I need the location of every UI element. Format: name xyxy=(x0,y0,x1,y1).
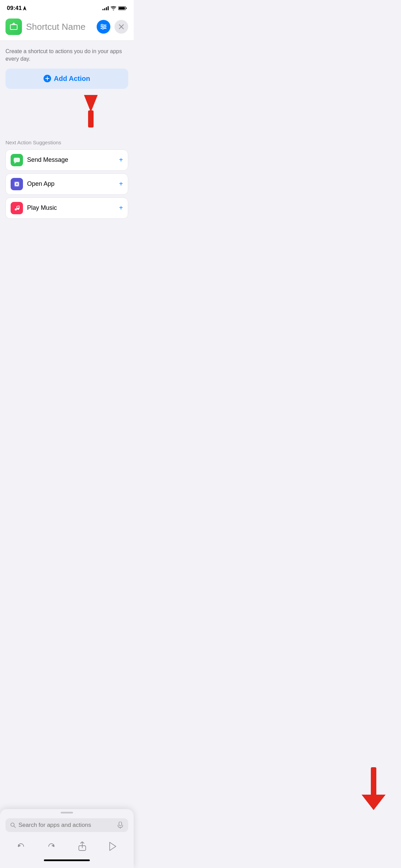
svg-marker-15 xyxy=(84,95,98,112)
svg-line-23 xyxy=(17,206,19,206)
header: Shortcut Name xyxy=(0,14,134,41)
svg-point-9 xyxy=(104,26,106,28)
suggestions-title: Next Action Suggestions xyxy=(5,140,128,145)
svg-rect-1 xyxy=(126,8,127,9)
play-music-icon xyxy=(11,202,23,214)
svg-point-21 xyxy=(17,208,19,210)
suggestion-item-play-music[interactable]: Play Music + xyxy=(5,197,128,219)
play-music-label: Play Music xyxy=(27,204,119,212)
status-icons xyxy=(102,6,127,10)
red-arrow-up-svg xyxy=(74,92,111,129)
add-action-button[interactable]: Add Action xyxy=(5,69,128,89)
wifi-icon xyxy=(111,6,116,10)
svg-rect-17 xyxy=(14,158,20,162)
battery-icon xyxy=(118,6,127,10)
app-icon xyxy=(5,19,22,35)
clock: 09:41 xyxy=(7,5,22,12)
suggestion-list: Send Message + Open App + xyxy=(5,149,128,219)
add-action-icon xyxy=(44,75,51,82)
filter-button[interactable] xyxy=(97,20,110,34)
status-time: 09:41 xyxy=(7,5,26,12)
svg-rect-16 xyxy=(88,110,94,128)
play-music-plus[interactable]: + xyxy=(119,204,123,212)
location-icon xyxy=(23,6,26,11)
open-app-label: Open App xyxy=(27,180,119,188)
arrow-up-annotation xyxy=(5,92,128,133)
send-message-label: Send Message xyxy=(27,156,119,164)
svg-point-8 xyxy=(101,24,103,26)
shortcut-name-label[interactable]: Shortcut Name xyxy=(26,22,93,32)
svg-point-20 xyxy=(15,208,17,210)
add-action-label: Add Action xyxy=(54,75,90,83)
svg-point-10 xyxy=(102,28,104,29)
svg-rect-3 xyxy=(10,25,17,29)
send-message-icon xyxy=(11,154,23,166)
suggestion-item-send-message[interactable]: Send Message + xyxy=(5,149,128,171)
main-content: Create a shortcut to actions you do in y… xyxy=(0,41,134,219)
close-button[interactable] xyxy=(114,20,128,34)
open-app-plus[interactable]: + xyxy=(119,180,123,188)
suggestion-item-open-app[interactable]: Open App + xyxy=(5,173,128,195)
description-text: Create a shortcut to actions you do in y… xyxy=(5,48,128,63)
signal-bars xyxy=(102,6,109,10)
send-message-plus[interactable]: + xyxy=(119,156,123,164)
open-app-icon xyxy=(11,178,23,190)
status-bar: 09:41 xyxy=(0,0,134,14)
svg-rect-2 xyxy=(119,7,125,10)
